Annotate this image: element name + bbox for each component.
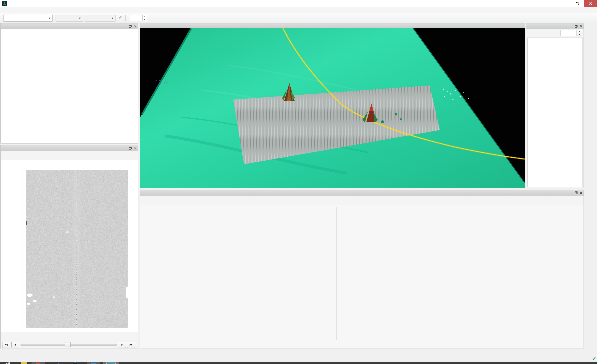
taskbar-app-4[interactable] — [87, 362, 100, 364]
water-column-header[interactable]: × — [140, 190, 583, 196]
minimize-button[interactable]: — — [558, 0, 570, 7]
project-sources-tree — [1, 29, 138, 143]
chevron-down-icon: ▾ — [77, 16, 81, 20]
slider-handle[interactable] — [65, 342, 71, 347]
maximize-button[interactable] — [571, 0, 584, 7]
swath-toolbar — [1, 151, 138, 160]
ping-slider[interactable] — [21, 344, 117, 346]
prev-button[interactable] — [11, 342, 19, 348]
float-panel-icon[interactable] — [574, 24, 578, 28]
taskbar-app-1[interactable] — [31, 362, 45, 364]
playback-speed-spinner[interactable]: ▲▼ — [130, 15, 147, 22]
close-panel-icon[interactable]: × — [134, 146, 137, 150]
close-panel-icon[interactable]: × — [134, 24, 137, 29]
float-panel-icon[interactable] — [129, 146, 132, 150]
surface-combo[interactable]: ▾ — [3, 15, 53, 22]
plot-splitter[interactable] — [337, 207, 338, 340]
title-bar: — × — [0, 0, 597, 7]
project-layers-header[interactable]: × — [526, 24, 583, 29]
explorer-icon[interactable] — [21, 362, 28, 364]
swath-editor-header[interactable]: × — [1, 145, 138, 151]
project-sources-panel: × — [0, 23, 138, 143]
close-panel-icon[interactable]: × — [580, 24, 582, 29]
ok-check-icon: ✔ — [592, 356, 596, 362]
next-button[interactable] — [118, 342, 126, 348]
windows-taskbar[interactable] — [0, 362, 597, 364]
menu-bar — [0, 7, 597, 13]
project-sources-header[interactable]: × — [1, 24, 138, 29]
ve-input[interactable] — [560, 30, 576, 36]
taskbar-app-2[interactable] — [54, 362, 61, 364]
project-layers-tree — [527, 38, 582, 187]
float-panel-icon[interactable] — [129, 24, 132, 28]
status-bar: ✔ — [0, 355, 597, 362]
main-toolbar: ▾ ▾ ▾ ▲▼ — [0, 13, 597, 23]
swath-plot-wrap — [1, 160, 138, 332]
next-fast-button[interactable] — [127, 342, 135, 348]
close-button[interactable]: × — [584, 0, 597, 7]
files-filter-combo[interactable]: ▾ — [55, 15, 83, 22]
taskbar-console[interactable] — [103, 362, 119, 364]
prev-fast-button[interactable] — [2, 342, 10, 348]
scene-3d-panel — [140, 23, 525, 188]
close-panel-icon[interactable]: × — [580, 191, 582, 195]
swath-plot[interactable] — [23, 170, 131, 328]
spinner-arrows[interactable]: ▲▼ — [142, 15, 147, 21]
qimera-window: — × ▾ ▾ ▾ ▲▼ × — [0, 0, 597, 364]
taskbar-app-3[interactable] — [72, 362, 79, 364]
swath-status-line — [3, 334, 9, 340]
water-column-toolbar — [140, 196, 583, 205]
water-column-panel: × — [140, 190, 584, 348]
scene-3d-header[interactable] — [140, 24, 525, 28]
chevron-down-icon: ▾ — [47, 16, 50, 20]
ping-slider-row — [2, 342, 136, 348]
bathymetry-3d-scene — [140, 28, 525, 188]
float-panel-icon[interactable] — [574, 191, 578, 195]
right-tool-strip: •••••• — [585, 23, 597, 348]
project-layers-panel: × ▲▼ — [526, 23, 584, 188]
bottom-tabs — [0, 348, 597, 355]
apply-filter-button[interactable] — [116, 14, 124, 22]
start-button[interactable] — [5, 362, 11, 364]
ve-spinner[interactable]: ▲▼ — [577, 30, 582, 36]
scene-3d-view[interactable] — [140, 28, 525, 188]
swath-editor-panel: × — [0, 145, 138, 348]
chevron-down-icon: ▾ — [110, 16, 113, 20]
water-column-toolbar-right — [579, 196, 581, 205]
app-icon — [2, 1, 7, 6]
selection-filter-combo[interactable]: ▾ — [85, 15, 116, 22]
toolbar-grip[interactable]: •••••• — [585, 23, 597, 27]
